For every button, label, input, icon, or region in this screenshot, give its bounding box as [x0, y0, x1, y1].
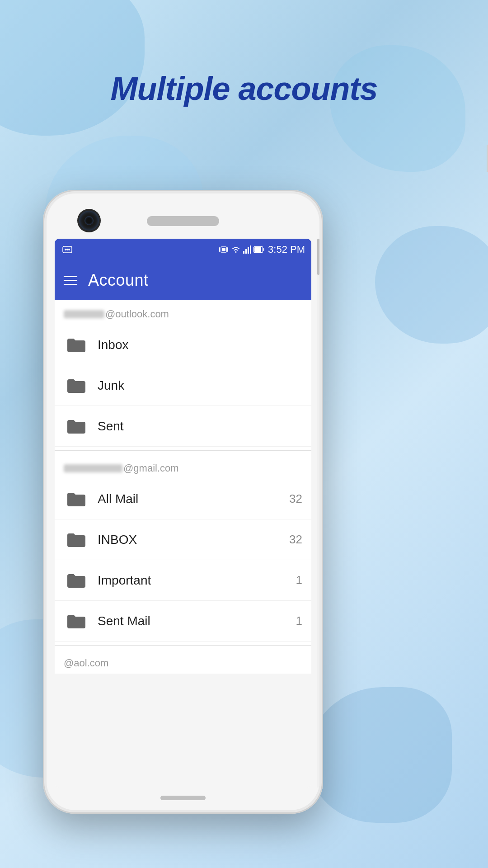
bg-blob-2 — [330, 45, 465, 172]
svg-rect-10 — [245, 249, 247, 254]
bg-blob-6 — [307, 687, 452, 823]
content-area: @outlook.com Inbox — [55, 300, 311, 674]
outlook-email: @outlook.com — [64, 308, 302, 320]
status-left — [61, 245, 74, 254]
junk-label: Junk — [98, 378, 302, 393]
list-item[interactable]: Important 1 — [55, 560, 311, 601]
list-item[interactable]: INBOX 32 — [55, 519, 311, 560]
important-count: 1 — [296, 573, 302, 587]
outlook-name-blurred — [64, 310, 104, 318]
svg-rect-7 — [227, 247, 228, 252]
page-title: Multiple accounts — [0, 70, 488, 107]
scrollbar-thumb — [317, 239, 319, 275]
phone-home-button — [160, 796, 206, 800]
folder-icon — [64, 568, 89, 593]
folder-icon — [64, 609, 89, 633]
aol-account-section: @aol.com — [55, 649, 311, 674]
sent-mail-label: Sent Mail — [98, 614, 296, 628]
svg-point-2 — [66, 249, 68, 250]
svg-rect-11 — [248, 247, 249, 254]
app-bar-title: Account — [88, 271, 149, 290]
hamburger-line-3 — [64, 284, 77, 285]
svg-rect-9 — [243, 251, 244, 254]
status-icons — [219, 245, 264, 254]
gmail-email: @gmail.com — [64, 462, 302, 474]
folder-icon — [64, 486, 89, 511]
gmail-email-suffix: @gmail.com — [123, 462, 179, 474]
hamburger-menu-button[interactable] — [64, 276, 77, 285]
aol-email: @aol.com — [64, 657, 302, 669]
aol-account-header: @aol.com — [55, 649, 311, 674]
svg-rect-5 — [222, 248, 225, 251]
inbox-gmail-label: INBOX — [98, 533, 289, 547]
list-item[interactable]: All Mail 32 — [55, 479, 311, 519]
phone-speaker — [147, 216, 219, 226]
phone-inner: 3:52 PM Account — [47, 193, 319, 810]
outlook-account-section: @outlook.com Inbox — [55, 300, 311, 447]
svg-rect-14 — [254, 247, 261, 252]
app-bar: Account — [55, 260, 311, 300]
folder-icon — [64, 373, 89, 398]
inbox-gmail-count: 32 — [289, 533, 302, 547]
list-item[interactable]: Sent Mail 1 — [55, 601, 311, 642]
list-item[interactable]: Junk — [55, 365, 311, 406]
folder-icon — [64, 414, 89, 439]
status-time: 3:52 PM — [268, 244, 305, 255]
gmail-name-blurred — [64, 464, 122, 472]
status-right: 3:52 PM — [219, 244, 305, 255]
scrollbar[interactable] — [317, 239, 319, 788]
all-mail-label: All Mail — [98, 492, 289, 506]
svg-point-3 — [68, 249, 70, 250]
svg-point-1 — [65, 249, 66, 250]
outlook-email-suffix: @outlook.com — [105, 308, 169, 320]
hamburger-line-2 — [64, 280, 77, 281]
important-label: Important — [98, 573, 296, 588]
all-mail-count: 32 — [289, 492, 302, 506]
list-item[interactable]: Inbox — [55, 325, 311, 365]
list-item[interactable]: Sent — [55, 406, 311, 447]
phone-frame: 3:52 PM Account — [43, 190, 323, 814]
svg-rect-12 — [250, 245, 251, 254]
gmail-account-header: @gmail.com — [55, 454, 311, 479]
sent-mail-count: 1 — [296, 614, 302, 628]
svg-point-8 — [235, 251, 237, 253]
status-bar: 3:52 PM — [55, 239, 311, 260]
outlook-account-header: @outlook.com — [55, 300, 311, 325]
phone-camera — [79, 211, 99, 231]
folder-icon — [64, 527, 89, 552]
account-divider-2 — [55, 645, 311, 646]
aol-email-suffix: @aol.com — [64, 657, 108, 669]
inbox-label: Inbox — [98, 338, 302, 352]
svg-rect-15 — [263, 248, 264, 251]
bg-blob-1 — [0, 0, 145, 136]
sent-label: Sent — [98, 419, 302, 434]
bbm-icon — [61, 245, 74, 254]
gmail-account-section: @gmail.com All Mail 32 — [55, 454, 311, 642]
account-divider — [55, 450, 311, 451]
folder-icon — [64, 332, 89, 357]
bg-blob-4 — [375, 226, 488, 344]
svg-rect-6 — [219, 247, 220, 252]
phone-screen: 3:52 PM Account — [55, 239, 311, 788]
hamburger-line-1 — [64, 276, 77, 277]
